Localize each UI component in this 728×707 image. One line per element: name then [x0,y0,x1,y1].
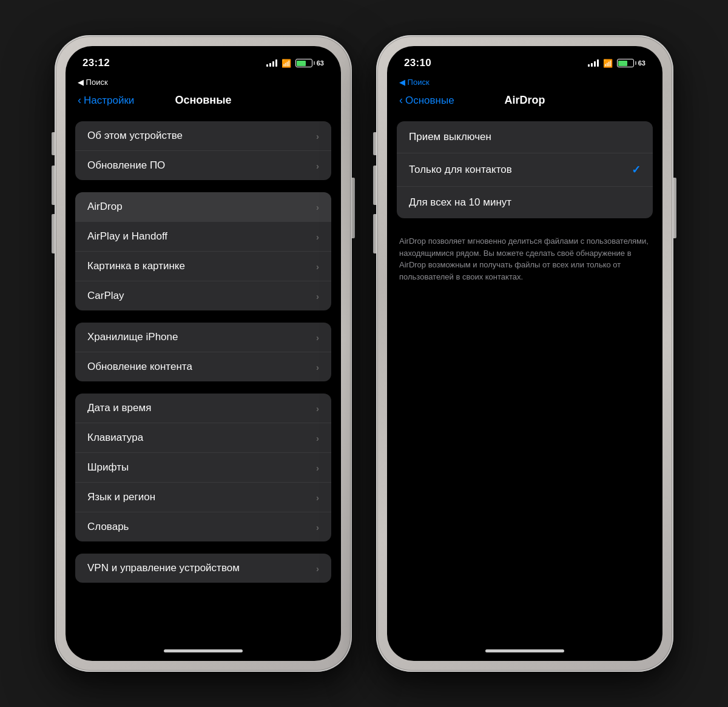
volume-up-button-2[interactable] [373,166,376,205]
home-bar-1 [164,649,243,652]
search-label-2: ◀ Поиск [399,78,430,87]
status-icons-2: 📶 63 [588,59,645,68]
list-item[interactable]: VPN и управление устройством › [75,554,331,583]
back-button-2[interactable]: ‹ Основные [399,94,454,107]
signal-icon-2 [588,59,599,67]
list-item[interactable]: AirPlay и Handoff › [75,222,331,252]
search-label-1: ◀ Поиск [78,78,108,87]
volume-up-button[interactable] [52,166,55,205]
settings-group-1: Об этом устройстве › Обновление ПО › [75,121,331,180]
back-label-2: Основные [405,95,454,107]
airdrop-option-everyone[interactable]: Для всех на 10 минут [397,187,653,218]
checkmark-icon: ✓ [632,163,641,176]
dynamic-island-2 [491,51,558,69]
nav-title-2: AirDrop [505,94,545,107]
search-row-1: ◀ Поиск [66,75,341,92]
back-chevron-2: ‹ [399,94,403,107]
search-row-2: ◀ Поиск [387,75,662,92]
settings-group-5: VPN и управление устройством › [75,554,331,583]
back-button-1[interactable]: ‹ Настройки [78,94,134,107]
screen-content-1: 23:12 📶 63 [66,46,341,661]
list-item[interactable]: Хранилище iPhone › [75,323,331,352]
list-item[interactable]: Дата и время › [75,394,331,423]
dynamic-island-1 [170,51,237,69]
screen-content-2: 23:10 📶 63 [387,46,662,661]
airdrop-options: Прием выключен Только для контактов ✓ Дл… [397,121,653,218]
power-button-2[interactable] [673,178,676,238]
settings-group-2: AirDrop › AirPlay и Handoff › Картинка в… [75,192,331,310]
settings-group-3: Хранилище iPhone › Обновление контента › [75,323,331,381]
status-time-1: 23:12 [83,57,110,69]
phone-2: 23:10 📶 63 [376,35,673,672]
phone-1: 23:12 📶 63 [55,35,352,672]
battery-1: 63 [295,59,324,67]
list-item[interactable]: Об этом устройстве › [75,121,331,151]
phone-screen-1: 23:12 📶 63 [66,46,341,661]
wifi-icon-1: 📶 [281,59,291,68]
list-item[interactable]: Обновление контента › [75,352,331,381]
settings-group-4: Дата и время › Клавиатура › Шрифты › Язы… [75,394,331,541]
list-item[interactable]: CarPlay › [75,281,331,310]
list-item[interactable]: Язык и регион › [75,483,331,512]
nav-title-1: Основные [175,94,231,107]
signal-icon-1 [266,59,277,67]
back-label-1: Настройки [84,95,134,107]
airdrop-option-contacts[interactable]: Только для контактов ✓ [397,153,653,187]
list-item[interactable]: Картинка в картинке › [75,252,331,281]
battery-2: 63 [617,59,645,67]
nav-bar-2: ‹ Основные AirDrop [387,92,662,112]
status-icons-1: 📶 63 [266,59,324,68]
list-item[interactable]: Обновление ПО › [75,151,331,180]
home-bar-2 [485,649,564,652]
phone-screen-2: 23:10 📶 63 [387,46,662,661]
mute-button-2[interactable] [373,132,376,155]
home-indicator-2 [387,640,662,661]
power-button[interactable] [352,178,355,238]
nav-bar-1: ‹ Настройки Основные [66,92,341,112]
battery-text-1: 63 [317,59,324,67]
airdrop-item[interactable]: AirDrop › [75,192,331,222]
volume-down-button-2[interactable] [373,214,376,253]
airdrop-description: AirDrop позволяет мгновенно делиться фай… [387,228,662,290]
status-time-2: 23:10 [404,57,431,69]
home-indicator-1 [66,640,341,661]
wifi-icon-2: 📶 [603,59,613,68]
mute-button[interactable] [52,132,55,155]
list-item[interactable]: Шрифты › [75,453,331,483]
back-chevron-1: ‹ [78,94,81,107]
volume-down-button[interactable] [52,214,55,253]
settings-scroll-1: Об этом устройстве › Обновление ПО › Air… [66,112,341,640]
battery-text-2: 63 [638,59,645,67]
list-item[interactable]: Клавиатура › [75,423,331,453]
airdrop-option-off[interactable]: Прием выключен [397,121,653,153]
list-item[interactable]: Словарь › [75,512,331,541]
